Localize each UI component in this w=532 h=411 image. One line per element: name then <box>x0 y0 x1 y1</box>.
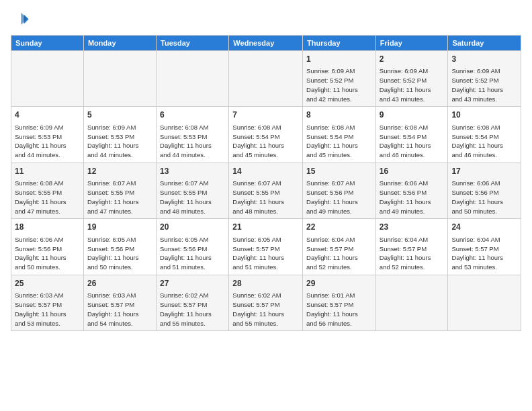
calendar-cell: 26Sunrise: 6:03 AM Sunset: 5:57 PM Dayli… <box>83 275 156 330</box>
calendar-cell: 23Sunrise: 6:04 AM Sunset: 5:57 PM Dayli… <box>375 219 448 275</box>
day-info: Sunrise: 6:07 AM Sunset: 5:56 PM Dayligh… <box>306 179 372 216</box>
calendar-cell: 9Sunrise: 6:08 AM Sunset: 5:54 PM Daylig… <box>375 107 448 163</box>
day-number: 4 <box>15 109 80 121</box>
day-info: Sunrise: 6:01 AM Sunset: 5:57 PM Dayligh… <box>306 291 372 328</box>
calendar-cell: 10Sunrise: 6:08 AM Sunset: 5:54 PM Dayli… <box>448 107 521 163</box>
header-cell-saturday: Saturday <box>448 36 521 51</box>
day-info: Sunrise: 6:06 AM Sunset: 5:56 PM Dayligh… <box>15 235 80 272</box>
day-number: 9 <box>380 109 445 121</box>
day-number: 20 <box>160 222 225 233</box>
day-info: Sunrise: 6:06 AM Sunset: 5:56 PM Dayligh… <box>451 179 517 216</box>
calendar-cell: 27Sunrise: 6:02 AM Sunset: 5:57 PM Dayli… <box>157 275 229 330</box>
calendar-cell: 7Sunrise: 6:08 AM Sunset: 5:54 PM Daylig… <box>229 107 303 163</box>
day-info: Sunrise: 6:05 AM Sunset: 5:56 PM Dayligh… <box>87 235 152 272</box>
calendar-cell: 14Sunrise: 6:07 AM Sunset: 5:55 PM Dayli… <box>229 163 303 218</box>
day-info: Sunrise: 6:04 AM Sunset: 5:57 PM Dayligh… <box>380 235 445 272</box>
week-row-4: 18Sunrise: 6:06 AM Sunset: 5:56 PM Dayli… <box>11 219 521 275</box>
day-number: 23 <box>380 222 445 233</box>
calendar-cell <box>448 275 521 330</box>
day-number: 13 <box>160 166 225 177</box>
day-number: 26 <box>87 278 152 289</box>
day-number: 10 <box>451 109 517 121</box>
week-row-1: 1Sunrise: 6:09 AM Sunset: 5:52 PM Daylig… <box>11 51 521 107</box>
day-info: Sunrise: 6:09 AM Sunset: 5:53 PM Dayligh… <box>87 123 152 160</box>
calendar-cell: 8Sunrise: 6:08 AM Sunset: 5:54 PM Daylig… <box>303 107 376 163</box>
calendar-cell: 12Sunrise: 6:07 AM Sunset: 5:55 PM Dayli… <box>83 163 156 218</box>
day-number: 27 <box>160 278 225 289</box>
day-info: Sunrise: 6:08 AM Sunset: 5:53 PM Dayligh… <box>160 123 225 160</box>
day-number: 14 <box>232 166 299 177</box>
day-number: 1 <box>306 54 372 65</box>
day-info: Sunrise: 6:09 AM Sunset: 5:52 PM Dayligh… <box>451 66 517 103</box>
day-number: 6 <box>160 109 225 121</box>
calendar-cell: 19Sunrise: 6:05 AM Sunset: 5:56 PM Dayli… <box>83 219 156 275</box>
day-number: 19 <box>87 222 152 233</box>
day-info: Sunrise: 6:07 AM Sunset: 5:55 PM Dayligh… <box>232 179 299 216</box>
day-number: 12 <box>87 166 152 177</box>
day-number: 29 <box>306 278 372 289</box>
calendar-cell: 24Sunrise: 6:04 AM Sunset: 5:57 PM Dayli… <box>448 219 521 275</box>
day-number: 3 <box>451 54 517 65</box>
calendar-cell: 20Sunrise: 6:05 AM Sunset: 5:56 PM Dayli… <box>157 219 229 275</box>
week-row-5: 25Sunrise: 6:03 AM Sunset: 5:57 PM Dayli… <box>11 275 521 330</box>
logo <box>11 11 32 30</box>
day-number: 25 <box>15 278 80 289</box>
day-info: Sunrise: 6:03 AM Sunset: 5:57 PM Dayligh… <box>15 291 80 328</box>
day-number: 21 <box>232 222 299 233</box>
day-info: Sunrise: 6:05 AM Sunset: 5:56 PM Dayligh… <box>160 235 225 272</box>
calendar-cell: 13Sunrise: 6:07 AM Sunset: 5:55 PM Dayli… <box>157 163 229 218</box>
calendar-cell: 18Sunrise: 6:06 AM Sunset: 5:56 PM Dayli… <box>11 219 84 275</box>
day-info: Sunrise: 6:07 AM Sunset: 5:55 PM Dayligh… <box>87 179 152 216</box>
day-info: Sunrise: 6:08 AM Sunset: 5:55 PM Dayligh… <box>15 179 80 216</box>
day-number: 24 <box>451 222 517 233</box>
calendar-cell <box>375 275 448 330</box>
logo-icon <box>11 11 30 30</box>
calendar-cell: 21Sunrise: 6:05 AM Sunset: 5:57 PM Dayli… <box>229 219 303 275</box>
day-number: 22 <box>306 222 372 233</box>
day-number: 11 <box>15 166 80 177</box>
day-info: Sunrise: 6:02 AM Sunset: 5:57 PM Dayligh… <box>160 291 225 328</box>
calendar-cell: 29Sunrise: 6:01 AM Sunset: 5:57 PM Dayli… <box>303 275 376 330</box>
day-number: 2 <box>380 54 445 65</box>
week-row-2: 4Sunrise: 6:09 AM Sunset: 5:53 PM Daylig… <box>11 107 521 163</box>
day-number: 8 <box>306 109 372 121</box>
day-info: Sunrise: 6:08 AM Sunset: 5:54 PM Dayligh… <box>451 123 517 160</box>
header-cell-tuesday: Tuesday <box>157 36 229 51</box>
day-number: 5 <box>87 109 152 121</box>
calendar-cell <box>157 51 229 107</box>
calendar-header: SundayMondayTuesdayWednesdayThursdayFrid… <box>11 36 521 51</box>
day-info: Sunrise: 6:09 AM Sunset: 5:53 PM Dayligh… <box>15 123 80 160</box>
day-info: Sunrise: 6:04 AM Sunset: 5:57 PM Dayligh… <box>451 235 517 272</box>
calendar-cell: 15Sunrise: 6:07 AM Sunset: 5:56 PM Dayli… <box>303 163 376 218</box>
calendar-cell <box>83 51 156 107</box>
day-info: Sunrise: 6:05 AM Sunset: 5:57 PM Dayligh… <box>232 235 299 272</box>
calendar-body: 1Sunrise: 6:09 AM Sunset: 5:52 PM Daylig… <box>11 51 521 331</box>
page-header <box>11 11 521 30</box>
day-info: Sunrise: 6:08 AM Sunset: 5:54 PM Dayligh… <box>306 123 372 160</box>
day-info: Sunrise: 6:08 AM Sunset: 5:54 PM Dayligh… <box>232 123 299 160</box>
day-info: Sunrise: 6:08 AM Sunset: 5:54 PM Dayligh… <box>380 123 445 160</box>
calendar-cell: 6Sunrise: 6:08 AM Sunset: 5:53 PM Daylig… <box>157 107 229 163</box>
header-cell-monday: Monday <box>83 36 156 51</box>
day-info: Sunrise: 6:07 AM Sunset: 5:55 PM Dayligh… <box>160 179 225 216</box>
calendar-cell: 28Sunrise: 6:02 AM Sunset: 5:57 PM Dayli… <box>229 275 303 330</box>
calendar-cell: 3Sunrise: 6:09 AM Sunset: 5:52 PM Daylig… <box>448 51 521 107</box>
day-info: Sunrise: 6:06 AM Sunset: 5:56 PM Dayligh… <box>380 179 445 216</box>
day-number: 7 <box>232 109 299 121</box>
day-number: 28 <box>232 278 299 289</box>
calendar-cell: 11Sunrise: 6:08 AM Sunset: 5:55 PM Dayli… <box>11 163 84 218</box>
calendar-cell: 17Sunrise: 6:06 AM Sunset: 5:56 PM Dayli… <box>448 163 521 218</box>
day-info: Sunrise: 6:09 AM Sunset: 5:52 PM Dayligh… <box>306 66 372 103</box>
calendar-cell <box>11 51 84 107</box>
day-info: Sunrise: 6:03 AM Sunset: 5:57 PM Dayligh… <box>87 291 152 328</box>
header-cell-sunday: Sunday <box>11 36 84 51</box>
calendar-cell <box>229 51 303 107</box>
calendar-cell: 5Sunrise: 6:09 AM Sunset: 5:53 PM Daylig… <box>83 107 156 163</box>
calendar-cell: 22Sunrise: 6:04 AM Sunset: 5:57 PM Dayli… <box>303 219 376 275</box>
calendar-cell: 4Sunrise: 6:09 AM Sunset: 5:53 PM Daylig… <box>11 107 84 163</box>
day-number: 18 <box>15 222 80 233</box>
header-cell-friday: Friday <box>375 36 448 51</box>
header-row: SundayMondayTuesdayWednesdayThursdayFrid… <box>11 36 521 51</box>
day-info: Sunrise: 6:09 AM Sunset: 5:52 PM Dayligh… <box>380 66 445 103</box>
header-cell-thursday: Thursday <box>303 36 376 51</box>
